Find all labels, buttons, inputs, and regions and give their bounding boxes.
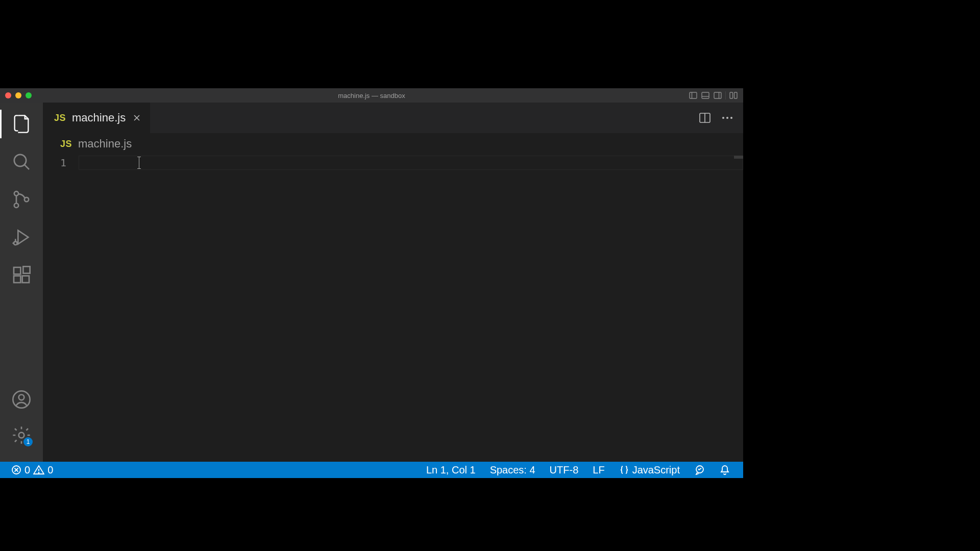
titlebar: machine.js — sandbox <box>0 88 743 103</box>
error-count: 0 <box>24 464 30 476</box>
breadcrumb-filename: machine.js <box>78 137 132 151</box>
feedback-icon <box>694 465 705 475</box>
line-gutter: 1 <box>43 155 79 462</box>
separator <box>725 91 726 99</box>
line-number: 1 <box>43 157 66 169</box>
svg-marker-13 <box>18 231 28 244</box>
svg-point-14 <box>14 241 17 245</box>
settings-button[interactable]: 1 <box>7 421 36 449</box>
search-button[interactable] <box>7 147 36 176</box>
svg-point-29 <box>722 117 724 119</box>
split-editor-button[interactable] <box>698 111 712 124</box>
toggle-panel-bottom-icon[interactable] <box>701 91 710 100</box>
window-close-button[interactable] <box>5 92 11 98</box>
warning-count: 0 <box>47 464 53 476</box>
toggle-panel-left-icon[interactable] <box>689 91 698 100</box>
tab-bar: JS machine.js <box>43 103 743 133</box>
svg-rect-21 <box>23 266 30 273</box>
editor-pane: JS machine.js JS mach <box>43 103 743 462</box>
minimap-indicator[interactable] <box>734 156 743 159</box>
error-icon <box>11 465 21 475</box>
tab-label: machine.js <box>72 111 126 124</box>
tab-machine-js[interactable]: JS machine.js <box>43 103 151 133</box>
notifications-button[interactable] <box>714 464 736 475</box>
svg-rect-7 <box>734 92 738 98</box>
titlebar-layout-controls <box>689 91 743 100</box>
current-line-highlight <box>79 156 743 170</box>
language-mode[interactable]: JavaScript <box>613 464 686 476</box>
bell-icon <box>720 464 730 475</box>
eol[interactable]: LF <box>586 464 610 476</box>
svg-point-24 <box>19 433 24 438</box>
svg-point-10 <box>14 191 18 195</box>
svg-point-8 <box>14 155 26 166</box>
window-minimize-button[interactable] <box>15 92 21 98</box>
extensions-button[interactable] <box>7 261 36 289</box>
svg-line-9 <box>24 165 29 169</box>
customize-layout-icon[interactable] <box>729 91 738 100</box>
svg-rect-19 <box>14 276 20 283</box>
indentation[interactable]: Spaces: 4 <box>484 464 542 476</box>
svg-point-31 <box>730 117 732 119</box>
svg-rect-20 <box>22 276 29 283</box>
problems-button[interactable]: 0 0 <box>7 462 57 478</box>
svg-point-23 <box>19 395 24 400</box>
toggle-panel-right-icon[interactable] <box>713 91 722 100</box>
editor-window: machine.js — sandbox <box>0 88 743 478</box>
feedback-button[interactable] <box>688 465 712 475</box>
code-area[interactable] <box>79 155 743 462</box>
tab-close-button[interactable] <box>132 113 142 123</box>
explorer-button[interactable] <box>7 110 36 138</box>
more-actions-button[interactable] <box>721 111 734 124</box>
accounts-button[interactable] <box>7 385 36 414</box>
svg-rect-4 <box>714 92 721 98</box>
js-file-icon: JS <box>60 139 72 149</box>
settings-badge: 1 <box>23 437 33 446</box>
cursor-position[interactable]: Ln 1, Col 1 <box>420 464 482 476</box>
window-controls <box>0 92 32 98</box>
warning-icon <box>33 465 44 475</box>
window-maximize-button[interactable] <box>26 92 32 98</box>
svg-point-11 <box>14 204 18 208</box>
svg-point-12 <box>24 197 29 202</box>
encoding[interactable]: UTF-8 <box>544 464 585 476</box>
text-cursor <box>139 157 139 169</box>
activity-bar: 1 <box>0 103 43 462</box>
source-control-button[interactable] <box>7 185 36 214</box>
editor-body[interactable]: 1 <box>43 155 743 462</box>
svg-rect-2 <box>702 92 709 98</box>
braces-icon <box>619 465 629 475</box>
status-bar: 0 0 Ln 1, Col 1 Spaces: 4 UTF-8 LF JavaS… <box>0 462 743 478</box>
svg-rect-0 <box>690 92 697 98</box>
svg-point-37 <box>39 472 39 473</box>
svg-rect-6 <box>730 92 733 98</box>
run-debug-button[interactable] <box>7 223 36 252</box>
svg-rect-18 <box>14 267 20 274</box>
svg-point-30 <box>726 117 728 119</box>
js-file-icon: JS <box>54 113 66 123</box>
breadcrumb[interactable]: JS machine.js <box>43 133 743 155</box>
window-title: machine.js — sandbox <box>0 92 743 99</box>
